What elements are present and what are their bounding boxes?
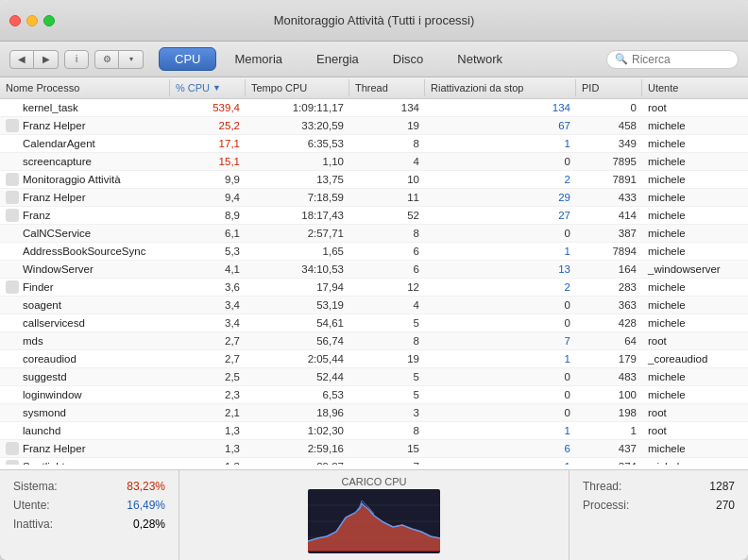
- table-row[interactable]: Franz Helper 25,2 33:20,59 19 67 458 mic…: [0, 117, 748, 135]
- pid-value: 64: [576, 332, 642, 349]
- utente-value: michele: [642, 297, 748, 314]
- table-row[interactable]: launchd 1,3 1:02,30 8 1 1 root: [0, 422, 748, 440]
- tab-energia[interactable]: Energia: [300, 47, 375, 71]
- back-button[interactable]: ◀: [9, 50, 34, 69]
- table-row[interactable]: Franz Helper 9,4 7:18,59 11 29 433 miche…: [0, 189, 748, 207]
- tempo-value: 1:09:11,17: [246, 99, 349, 116]
- tab-network[interactable]: Network: [441, 47, 518, 71]
- cpu-value: 1,3: [170, 440, 246, 457]
- col-pid[interactable]: PID: [576, 79, 642, 96]
- table-row[interactable]: AddressBookSourceSync 5,3 1,65 6 1 7894 …: [0, 243, 748, 261]
- footer-chart: CARICO CPU: [179, 470, 569, 560]
- riattivazioni-value: 0: [425, 368, 576, 385]
- table-row[interactable]: suggestd 2,5 52,44 5 0 483 michele: [0, 368, 748, 386]
- cpu-chart: [308, 489, 440, 553]
- tab-memoria[interactable]: Memoria: [218, 47, 298, 71]
- thread-value: 3: [349, 404, 425, 421]
- col-cpu[interactable]: % CPU ▼: [170, 79, 246, 96]
- table-row[interactable]: CalendarAgent 17,1 6:35,53 8 1 349 miche…: [0, 135, 748, 153]
- cpu-value: 25,2: [170, 117, 246, 134]
- process-name: soagent: [0, 297, 170, 313]
- utente-value: michele: [642, 207, 748, 224]
- tab-cpu[interactable]: CPU: [159, 47, 216, 71]
- utente-value: michele: [642, 243, 748, 260]
- tempo-value: 6:35,53: [246, 135, 349, 152]
- riattivazioni-value: 0: [425, 297, 576, 314]
- table-row[interactable]: Monitoraggio Attività 9,9 13,75 10 2 789…: [0, 171, 748, 189]
- col-tempo[interactable]: Tempo CPU: [246, 79, 349, 96]
- riattivazioni-value: 1: [425, 458, 576, 465]
- minimize-button[interactable]: [26, 15, 38, 26]
- tab-disco[interactable]: Disco: [377, 47, 440, 71]
- col-thread[interactable]: Thread: [349, 79, 425, 96]
- tempo-value: 6,53: [246, 386, 349, 403]
- table-row[interactable]: WindowServer 4,1 34:10,53 6 13 164 _wind…: [0, 261, 748, 279]
- info-button[interactable]: i: [64, 50, 89, 69]
- pid-value: 433: [576, 189, 642, 206]
- sort-arrow: ▼: [212, 83, 221, 93]
- cpu-value: 1,3: [170, 458, 246, 465]
- table-row[interactable]: coreaudiod 2,7 2:05,44 19 1 179 _coreaud…: [0, 350, 748, 368]
- utente-value: michele: [642, 314, 748, 331]
- footer-stats-right: Thread: 1287 Processi: 270: [569, 470, 748, 560]
- gear-button[interactable]: ⚙: [94, 50, 119, 69]
- col-nome[interactable]: Nome Processo: [0, 79, 170, 96]
- stat-inattiva-value: 0,28%: [133, 518, 165, 531]
- table-row[interactable]: mds 2,7 56,74 8 7 64 root: [0, 332, 748, 350]
- pid-value: 198: [576, 404, 642, 421]
- table-row[interactable]: screencapture 15,1 1,10 4 0 7895 michele: [0, 153, 748, 171]
- process-name: coreaudiod: [0, 351, 170, 366]
- thread-value: 8: [349, 225, 425, 242]
- thread-value: 5: [349, 368, 425, 385]
- search-box[interactable]: 🔍: [606, 50, 739, 69]
- cpu-value: 8,9: [170, 207, 246, 224]
- thread-value: 12: [349, 279, 425, 296]
- gear-button-group: ⚙ ▾: [94, 50, 144, 69]
- process-icon: [6, 209, 19, 222]
- process-name: loginwindow: [0, 387, 170, 402]
- stat-processi-label: Processi:: [583, 499, 629, 512]
- utente-value: _windowserver: [642, 261, 748, 278]
- col-utente[interactable]: Utente: [642, 79, 748, 96]
- table-row[interactable]: Franz Helper 1,3 2:59,16 15 6 437 michel…: [0, 440, 748, 458]
- window-title: Monitoraggio Attività (Tutti i processi): [274, 13, 475, 27]
- table-row[interactable]: Finder 3,6 17,94 12 2 283 michele: [0, 279, 748, 297]
- table-row[interactable]: soagent 3,4 53,19 4 0 363 michele: [0, 297, 748, 314]
- table-row[interactable]: Franz 8,9 18:17,43 52 27 414 michele: [0, 207, 748, 225]
- stat-processi-value: 270: [716, 499, 735, 512]
- utente-value: _coreaudiod: [642, 350, 748, 367]
- close-button[interactable]: [9, 15, 21, 26]
- thread-value: 134: [349, 99, 425, 116]
- process-name: launchd: [0, 423, 170, 438]
- riattivazioni-value: 6: [425, 440, 576, 457]
- footer-stats-left: Sistema: 83,23% Utente: 16,49% Inattiva:…: [0, 470, 179, 560]
- maximize-button[interactable]: [43, 15, 55, 26]
- riattivazioni-value: 134: [425, 99, 576, 116]
- pid-value: 7895: [576, 153, 642, 170]
- stat-thread-label: Thread:: [583, 480, 621, 493]
- table-row[interactable]: sysmond 2,1 18,96 3 0 198 root: [0, 404, 748, 422]
- tempo-value: 18,96: [246, 404, 349, 421]
- col-riattivazioni[interactable]: Riattivazioni da stop: [425, 79, 576, 96]
- cpu-value: 2,7: [170, 350, 246, 367]
- stat-sistema: Sistema: 83,23%: [13, 480, 165, 493]
- tempo-value: 18:17,43: [246, 207, 349, 224]
- cpu-value: 2,7: [170, 332, 246, 349]
- tab-bar: CPU Memoria Energia Disco Network: [159, 47, 518, 71]
- cpu-value: 9,4: [170, 189, 246, 206]
- table-row[interactable]: kernel_task 539,4 1:09:11,17 134 134 0 r…: [0, 99, 748, 117]
- gear-dropdown-button[interactable]: ▾: [119, 50, 144, 69]
- search-input[interactable]: [632, 53, 730, 66]
- process-name: Franz Helper: [0, 189, 170, 206]
- riattivazioni-value: 0: [425, 404, 576, 421]
- process-name: callservicesd: [0, 315, 170, 331]
- table-row[interactable]: loginwindow 2,3 6,53 5 0 100 michele: [0, 386, 748, 404]
- table-row[interactable]: callservicesd 3,4 54,61 5 0 428 michele: [0, 314, 748, 332]
- table-row[interactable]: CalNCService 6,1 2:57,71 8 0 387 michele: [0, 225, 748, 243]
- thread-value: 6: [349, 261, 425, 278]
- utente-value: michele: [642, 189, 748, 206]
- tempo-value: 53,19: [246, 297, 349, 314]
- forward-button[interactable]: ▶: [34, 50, 59, 69]
- riattivazioni-value: 1: [425, 135, 576, 152]
- table-row[interactable]: Spotlight 1,3 29,87 7 1 374 michele: [0, 458, 748, 465]
